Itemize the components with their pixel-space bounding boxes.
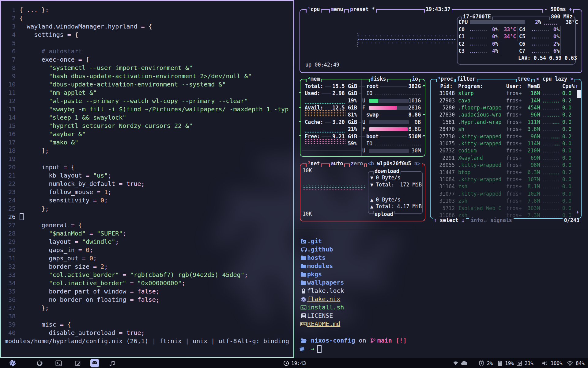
- net-stats-box-border: [422, 174, 423, 211]
- music-icon[interactable]: [109, 358, 116, 368]
- io-mode-button[interactable]: io: [412, 75, 418, 82]
- disk-border-tick: [423, 135, 425, 136]
- filter-button[interactable]: filter: [457, 75, 476, 82]
- net-interface[interactable]: <b wlp0s20f0u5 n>: [368, 160, 420, 167]
- disk-meter: [369, 149, 409, 153]
- editor-cursor: [20, 213, 24, 220]
- core-pct: 6%: [553, 48, 560, 55]
- process-user: fros+: [506, 104, 522, 111]
- process-row[interactable]: 27830.audacious-wrafros+96M0.2: [430, 111, 582, 118]
- mem-disks-divider: [361, 79, 362, 156]
- process-row[interactable]: 31075.kitty-wrappedfros+114M0.0: [430, 140, 582, 147]
- process-name: .floorp-wrappe: [458, 104, 501, 111]
- firefox-icon[interactable]: [36, 358, 43, 368]
- proc-header-pid[interactable]: Pid:: [440, 83, 453, 90]
- terminal-window[interactable]: .git.githubhostsmodulespkgswallpapersfla…: [294, 229, 588, 358]
- notes-icon[interactable]: [74, 358, 81, 368]
- line-number: 20: [5, 163, 19, 171]
- process-cpu-graph-active: [549, 173, 560, 174]
- process-row[interactable]: 31084.kitty-wrappedfros+107M0.0: [430, 176, 582, 183]
- process-row[interactable]: 5712Isolated Web Cfros+303M0.0: [430, 205, 582, 212]
- cpu-graph-edge: [357, 33, 358, 47]
- code-line: 6 # autostart: [5, 47, 82, 56]
- process-row[interactable]: 31077.kitty-wrappedfros+102M0.0: [430, 190, 582, 197]
- process-cpu-graph: [543, 130, 560, 131]
- process-name: slurp: [458, 90, 474, 97]
- process-row[interactable]: 5280.floorp-wrappefros+454M0.0: [430, 104, 582, 111]
- line-number: 16: [5, 130, 19, 138]
- net-box-title[interactable]: ³net: [307, 160, 320, 167]
- process-row[interactable]: 1561.Hyprland-wrapfros+111M0.0: [430, 119, 582, 126]
- mem-stat-pct: 19%: [348, 97, 357, 104]
- proc-sort-mode[interactable]: < cpu lazy >: [536, 75, 573, 82]
- file-entry[interactable]: install.sh: [307, 303, 344, 312]
- mem-box-title[interactable]: ²mem: [307, 75, 320, 82]
- proc-box-title[interactable]: ⁴proc: [438, 75, 453, 82]
- proc-header-memb[interactable]: MemB: [528, 83, 540, 90]
- process-row[interactable]: 27730.kitty-wrappedfros+96M0.2: [430, 133, 582, 140]
- mem-row-line: [359, 86, 361, 87]
- process-user: fros+: [506, 140, 522, 147]
- disks-title[interactable]: disks: [371, 75, 386, 82]
- cpu-box-title[interactable]: ¹cpu: [307, 6, 320, 13]
- discord-icon[interactable]: [90, 358, 99, 368]
- code-line: 9 "hash dbus-update-activation-environme…: [5, 72, 252, 80]
- file-entry[interactable]: hosts: [307, 254, 326, 262]
- process-mem: 69M: [531, 155, 540, 162]
- proc-header-program[interactable]: Program:: [458, 83, 483, 90]
- update-interval[interactable]: - 500ms +: [544, 6, 572, 13]
- line-number: 1: [5, 6, 19, 13]
- process-pid: 27830: [439, 111, 455, 118]
- code-line: 15 "hyprctl setcursor Nordzy-cursors 22 …: [5, 122, 193, 130]
- file-entry[interactable]: flake.lock: [307, 287, 344, 295]
- nixos-logo-icon[interactable]: [8, 358, 17, 368]
- net-box-border: [425, 167, 425, 218]
- process-row[interactable]: 31447btopfros+6.3M0.2: [430, 169, 582, 176]
- proc-scrollbar[interactable]: [577, 90, 581, 98]
- file-entry[interactable]: LICENSE: [307, 312, 333, 320]
- editor-window[interactable]: 1 { ... }: 2 { 3 wayland.windowManager.h…: [0, 0, 294, 358]
- process-cpu: 0.0: [562, 197, 571, 205]
- net-zero-button[interactable]: zero: [351, 160, 363, 167]
- github-icon: [300, 246, 307, 253]
- process-row[interactable]: 28055.kitty-wrappedfros+98M0.0: [430, 162, 582, 169]
- file-entry[interactable]: wallpapers: [307, 278, 344, 287]
- folder-icon: [300, 263, 307, 270]
- process-row[interactable]: 31086zshfros+7.3M0.0: [430, 212, 582, 219]
- disk-title-line: [422, 115, 425, 115]
- process-row[interactable]: 27903cavafros+14M0.2: [430, 97, 582, 104]
- file-entry[interactable]: flake.nix: [307, 295, 340, 303]
- btop-window[interactable]: ¹cpumenupreset *19:43:37- 500ms +up 00:4…: [294, 0, 588, 229]
- file-entry[interactable]: modules: [307, 262, 333, 270]
- preset-button[interactable]: preset *: [350, 6, 375, 13]
- proc-header-user[interactable]: User:: [506, 83, 522, 90]
- net-auto-button[interactable]: auto: [331, 160, 343, 167]
- code-line: 1 { ... }:: [5, 6, 49, 14]
- proc-header-cpu[interactable]: Cpu%: [562, 83, 575, 90]
- process-row[interactable]: 26732codiumfros+210M0.0: [430, 147, 582, 154]
- process-row[interactable]: 31164zshfros+8.1M0.0: [430, 183, 582, 190]
- process-row[interactable]: 31103zshfros+7.8M0.0: [430, 197, 582, 205]
- line-number: 18: [5, 147, 19, 154]
- menu-button[interactable]: menu: [331, 6, 343, 13]
- file-entry[interactable]: README.md: [307, 320, 340, 328]
- process-row[interactable]: 2291Xwaylandfros+69M0.0: [430, 155, 582, 162]
- process-name: cava: [458, 97, 470, 104]
- process-pid: 27903: [439, 97, 455, 104]
- cpu-box-border: [582, 12, 582, 70]
- prompt-input-line[interactable]: →: [311, 345, 314, 353]
- download-total: Total:: [376, 181, 394, 188]
- file-entry[interactable]: pkgs: [307, 270, 322, 278]
- tree-button[interactable]: tree: [518, 75, 530, 82]
- file-entry[interactable]: .github: [307, 245, 333, 254]
- code-line: 22 numlock_by_default = true;: [5, 180, 145, 188]
- process-row[interactable]: 31948slurpfros+16M0.0: [430, 90, 582, 97]
- process-row[interactable]: 28470shfros+3.8M0.0: [430, 126, 582, 133]
- file-entry[interactable]: .git: [307, 237, 322, 245]
- file-name: install.sh: [307, 304, 344, 311]
- disk-bar-label: F: [362, 104, 365, 111]
- clock-text: 19:43: [291, 360, 306, 366]
- process-pid: 31084: [439, 176, 455, 183]
- disk-bar-value: 281G: [409, 104, 421, 111]
- terminal-icon[interactable]: [55, 358, 62, 368]
